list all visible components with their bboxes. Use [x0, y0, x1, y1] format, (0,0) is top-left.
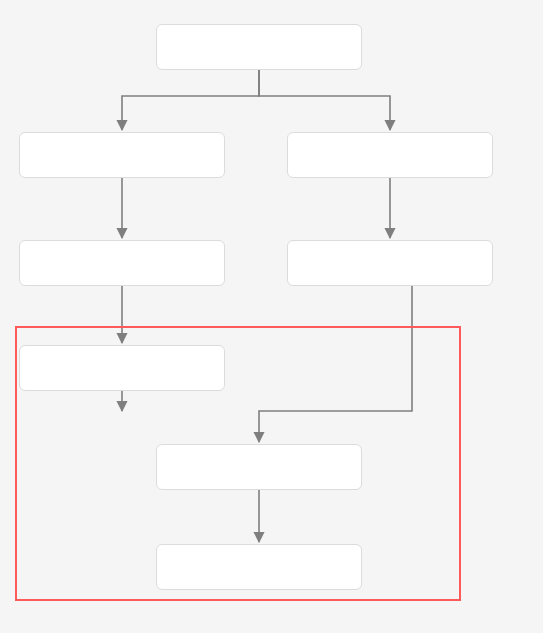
- flow-node-0: [156, 24, 362, 70]
- flow-node-2: [287, 132, 493, 178]
- flow-node-4: [287, 240, 493, 286]
- flow-node-3: [19, 240, 225, 286]
- flow-node-1: [19, 132, 225, 178]
- selection-highlight: [15, 326, 461, 601]
